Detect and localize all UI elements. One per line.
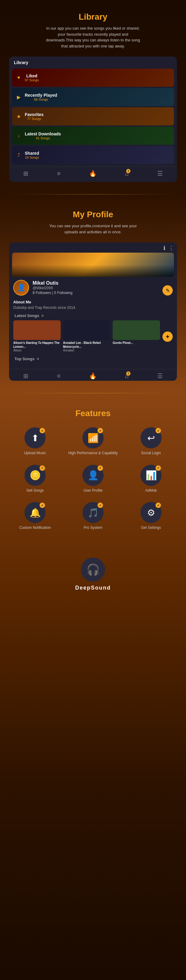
feature-item-get-settings[interactable]: ⚙✓Get Settings (125, 502, 177, 530)
admob-label: AdMob (145, 488, 157, 493)
nav-list-p[interactable]: ≡ (57, 372, 61, 380)
upload-music-badge: ✓ (40, 428, 45, 433)
latest-downloads-count: 41 Songs (25, 136, 61, 140)
brand-name: DeepSound (6, 585, 180, 591)
feature-item-sell-songs[interactable]: 🪙✓Sell Songs (9, 465, 61, 493)
feature-item-social-login[interactable]: ↩✓Social Login (125, 427, 177, 456)
profile-bottom-nav: ⊞ ≡ 🔥 ⌂ 2 ☰ (9, 369, 177, 381)
song-title-2: Gordo Plowi... (113, 341, 160, 345)
get-settings-label: Get Settings (141, 525, 161, 530)
pro-system-label: Pro System (84, 525, 102, 530)
upload-music-icon-wrap: ⬆✓ (24, 427, 46, 449)
profile-title: My Profile (9, 210, 177, 220)
library-item-latest-downloads[interactable]: ↓Latest Downloads41 Songs (12, 127, 174, 145)
footer-logo: 🎧 (81, 558, 105, 582)
feature-item-user-profile[interactable]: 👤✓User Profile (67, 465, 119, 493)
top-songs-label: Top Songs (14, 356, 34, 361)
high-performance-label: High Performance & Capability (68, 451, 118, 456)
get-settings-icon: ⚙ (147, 508, 155, 518)
add-song-button[interactable]: + (162, 331, 173, 342)
home-icon-p: ⌂ 2 (125, 372, 129, 380)
feature-item-pro-system[interactable]: 🎵✓Pro System (67, 502, 119, 530)
library-title: Library (9, 12, 177, 22)
upload-music-label: Upload Music (24, 451, 46, 456)
about-me-text: Dubstep and Trap Records since 2014. (13, 305, 173, 310)
section-divider-1 (9, 194, 177, 195)
profile-topbar: ℹ ⋮ (9, 242, 177, 253)
custom-notification-badge: ✓ (40, 503, 45, 508)
top-songs-header[interactable]: Top Songs > (13, 356, 173, 361)
profile-about: About Me Dubstep and Trap Records since … (9, 299, 177, 312)
profile-stats: 8 Followers | 5 Following (33, 291, 73, 295)
custom-notification-icon: 🔔 (30, 508, 41, 518)
high-performance-icon: 📶 (87, 433, 99, 443)
profile-banner-overlay (12, 265, 174, 277)
nav-grid-p[interactable]: ⊞ (23, 372, 29, 380)
profile-user-row: 👤 Mikel Outis @Mikel2099 8 Followers | 5… (9, 277, 177, 299)
song-thumb-0[interactable]: Alison's Starting To Happen The Lemon...… (13, 320, 61, 353)
nav-list[interactable]: ≡ (57, 170, 61, 177)
feature-item-high-performance[interactable]: 📶✓High Performance & Capability (67, 427, 119, 456)
info-icon[interactable]: ℹ (163, 245, 165, 251)
more-icon[interactable]: ⋮ (169, 245, 174, 251)
menu-icon: ☰ (157, 170, 163, 177)
library-desc: In our app you can see the songs you lik… (45, 25, 141, 49)
library-bottom-nav: ⊞ ≡ 🔥 ⌂ 2 ☰ (9, 167, 177, 178)
home-badge-p: 2 (126, 371, 130, 375)
high-performance-icon-wrap: 📶✓ (83, 427, 103, 449)
nav-grid[interactable]: ⊞ (23, 170, 29, 177)
sell-songs-icon-wrap: 🪙✓ (24, 465, 46, 486)
custom-notification-icon-wrap: 🔔✓ (24, 502, 46, 523)
user-profile-badge: ✓ (97, 465, 103, 471)
feature-item-upload-music[interactable]: ⬆✓Upload Music (9, 427, 61, 456)
latest-downloads-icon: ↓ (16, 133, 22, 138)
nav-home[interactable]: ⌂ 2 (125, 170, 129, 177)
song-title-0: Alison's Starting To Happen The Lemon... (13, 341, 61, 349)
library-item-content: ★Favorites77 Songs (16, 112, 43, 121)
library-item-shared[interactable]: ⤴Shared19 Songs (12, 146, 174, 164)
nav-menu[interactable]: ☰ (157, 170, 163, 177)
favorites-count: 77 Songs (25, 117, 43, 121)
fire-icon: 🔥 (89, 170, 97, 177)
sell-songs-label: Sell Songs (26, 488, 43, 493)
sell-songs-icon: 🪙 (30, 470, 41, 480)
social-login-badge: ✓ (156, 428, 161, 433)
custom-notification-label: Custom Notification (19, 525, 51, 530)
recently-played-name: Recently Played (25, 93, 57, 98)
nav-fire[interactable]: 🔥 (89, 170, 97, 177)
library-item-liked[interactable]: ♥Liked97 Songs (12, 68, 174, 87)
profile-user-info: Mikel Outis @Mikel2099 8 Followers | 5 F… (33, 280, 73, 295)
profile-edit-button[interactable]: ✎ (162, 285, 173, 296)
nav-fire-p[interactable]: 🔥 (89, 372, 97, 380)
song-artist-1: Annabel (63, 349, 111, 352)
feature-item-custom-notification[interactable]: 🔔✓Custom Notification (9, 502, 61, 530)
nav-menu-p[interactable]: ☰ (157, 372, 163, 380)
library-items: ♥Liked97 Songs▶Recently Played68 Songs★F… (9, 68, 177, 164)
shared-count: 19 Songs (25, 156, 39, 159)
liked-name: Liked (25, 73, 39, 78)
user-profile-icon: 👤 (87, 470, 99, 480)
admob-badge: ✓ (156, 465, 161, 471)
song-artist-0: Alison (13, 349, 61, 352)
library-section: Library In our app you can see the songs… (0, 0, 186, 191)
recently-played-icon: ▶ (16, 94, 22, 100)
social-login-icon: ↩ (147, 433, 155, 443)
song-thumb-1[interactable]: Annabel Lee - Black Rebel Motorcycle...A… (63, 320, 111, 353)
profile-section: My Profile You can see your profile,cost… (0, 197, 186, 390)
song-thumb-2[interactable]: Gordo Plowi... (113, 320, 160, 353)
profile-handle: @Mikel2099 (33, 286, 73, 290)
recently-played-count: 68 Songs (25, 98, 57, 101)
library-item-recently-played[interactable]: ▶Recently Played68 Songs (12, 88, 174, 106)
library-item-content: ↓Latest Downloads41 Songs (16, 132, 61, 140)
sell-songs-badge: ✓ (40, 465, 45, 471)
feature-item-admob[interactable]: 📊✓AdMob (125, 465, 177, 493)
profile-banner (12, 253, 174, 277)
nav-home-p[interactable]: ⌂ 2 (125, 372, 129, 380)
grid-icon: ⊞ (23, 170, 29, 177)
profile-latest-songs: Latest Songs > Alison's Starting To Happ… (9, 312, 177, 355)
social-login-icon-wrap: ↩✓ (140, 427, 162, 449)
latest-songs-header[interactable]: Latest Songs > (13, 313, 173, 318)
profile-desc: You can see your profile,costumize it an… (45, 223, 141, 235)
library-item-favorites[interactable]: ★Favorites77 Songs (12, 107, 174, 126)
social-login-label: Social Login (141, 451, 161, 456)
